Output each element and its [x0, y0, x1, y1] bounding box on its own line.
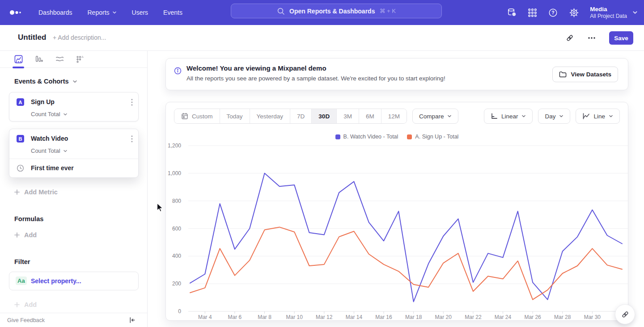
- query-sidebar: Events & Cohorts A Sign Up Count Total B…: [0, 51, 148, 327]
- x-tick-label: Mar 6: [228, 314, 242, 320]
- search-icon: [277, 7, 285, 15]
- nav-right: ? Media All Project Data: [507, 0, 638, 25]
- chart-card: CustomTodayYesterday7D30D3M6M12M Compare…: [165, 102, 628, 321]
- metric-name: Watch Video: [31, 135, 68, 142]
- plus-icon: [14, 232, 20, 238]
- nav-item-label: Events: [163, 9, 182, 16]
- report-header: Untitled + Add description... Save: [0, 25, 644, 51]
- data-management-icon[interactable]: [507, 8, 517, 18]
- project-name: Media: [590, 5, 627, 13]
- mixpanel-app: DashboardsReportsUsersEvents Open Report…: [0, 0, 644, 327]
- welcome-banner: Welcome! You are viewing a Mixpanel demo…: [165, 58, 628, 90]
- add-formula-button[interactable]: Add: [14, 231, 37, 239]
- metric-badge: B: [17, 135, 24, 143]
- plus-icon: [14, 189, 20, 195]
- x-axis-labels: Mar 4Mar 6Mar 8Mar 10Mar 12Mar 14Mar 16M…: [166, 102, 628, 320]
- nav-item-label: Reports: [88, 9, 110, 16]
- formulas-heading: Formulas: [14, 215, 43, 222]
- more-options-icon[interactable]: [588, 37, 596, 39]
- x-tick-label: Mar 4: [198, 314, 212, 320]
- collapse-sidebar-icon[interactable]: [129, 317, 136, 325]
- filter-placeholder: Select property...: [31, 277, 81, 285]
- nav-item-users[interactable]: Users: [132, 9, 148, 16]
- help-icon[interactable]: ?: [548, 8, 558, 18]
- search-placeholder: Open Reports & Dashboards: [289, 8, 375, 15]
- project-switcher[interactable]: Media All Project Data: [590, 5, 638, 20]
- x-tick-label: Mar 20: [435, 314, 452, 320]
- clock-icon: [17, 164, 24, 174]
- x-tick-label: Mar 22: [465, 314, 481, 320]
- search-input[interactable]: Open Reports & Dashboards ⌘ + K: [231, 4, 442, 18]
- x-tick-label: Mar 30: [584, 314, 601, 320]
- nav-items: DashboardsReportsUsersEvents: [38, 9, 182, 16]
- add-filter-button[interactable]: Add: [14, 301, 37, 308]
- x-tick-label: Mar 28: [554, 314, 571, 320]
- search-shortcut: ⌘ + K: [379, 8, 396, 14]
- add-description-field[interactable]: + Add description...: [53, 34, 106, 41]
- banner-subtitle: All the reports you see are powered by a…: [186, 75, 445, 82]
- text-property-icon: Aa: [16, 277, 27, 285]
- banner-title: Welcome! You are viewing a Mixpanel demo: [186, 64, 326, 72]
- chevron-down-icon: [63, 112, 68, 117]
- report-title[interactable]: Untitled: [18, 33, 46, 42]
- metric-card-b[interactable]: B Watch Video Count Total First time eve…: [9, 129, 139, 178]
- x-tick-label: Mar 26: [524, 314, 541, 320]
- report-type-tabs: [0, 51, 147, 68]
- x-tick-label: Mar 12: [316, 314, 332, 320]
- nav-item-events[interactable]: Events: [163, 9, 182, 16]
- first-time-ever-option[interactable]: First time ever: [9, 159, 138, 178]
- metric-name: Sign Up: [31, 98, 55, 105]
- filter-heading: Filter: [14, 258, 30, 265]
- tab-insights[interactable]: [8, 51, 29, 68]
- aggregation-dropdown[interactable]: Count Total: [31, 111, 68, 117]
- metric-card-a[interactable]: A Sign Up Count Total: [9, 92, 139, 122]
- folder-icon: [559, 71, 567, 78]
- nav-item-label: Users: [132, 9, 148, 16]
- save-button[interactable]: Save: [609, 31, 633, 45]
- main-content: Welcome! You are viewing a Mixpanel demo…: [148, 51, 644, 327]
- x-tick-label: Mar 16: [375, 314, 392, 320]
- info-icon: [174, 67, 182, 76]
- copy-link-icon[interactable]: [565, 34, 574, 42]
- x-tick-label: Mar 10: [286, 314, 302, 320]
- add-metric-button[interactable]: Add Metric: [14, 189, 58, 196]
- share-link-fab[interactable]: [615, 304, 635, 324]
- apps-grid-icon[interactable]: [528, 8, 537, 17]
- chevron-down-icon: [632, 10, 638, 15]
- metric-menu-icon[interactable]: [131, 135, 133, 144]
- x-tick-label: Mar 18: [405, 314, 422, 320]
- nav-item-reports[interactable]: Reports: [88, 9, 117, 16]
- top-nav: DashboardsReportsUsersEvents Open Report…: [0, 0, 644, 25]
- header-actions: Save: [565, 25, 633, 51]
- events-cohorts-section[interactable]: Events & Cohorts: [14, 78, 77, 85]
- nav-item-label: Dashboards: [38, 9, 72, 16]
- settings-gear-icon[interactable]: [569, 8, 579, 18]
- aggregation-dropdown[interactable]: Count Total: [31, 147, 68, 154]
- give-feedback-link[interactable]: Give Feedback: [7, 317, 45, 323]
- plus-icon: [14, 302, 20, 307]
- chevron-down-icon: [72, 79, 77, 84]
- filter-select-property[interactable]: Aa Select property...: [9, 272, 139, 290]
- metric-menu-icon[interactable]: [131, 99, 133, 108]
- mixpanel-logo-icon[interactable]: [9, 8, 24, 17]
- x-tick-label: Mar 8: [258, 314, 271, 320]
- project-subtitle: All Project Data: [590, 13, 627, 20]
- chevron-down-icon: [112, 10, 117, 15]
- sidebar-footer: Give Feedback: [0, 313, 147, 327]
- link-icon: [621, 310, 630, 319]
- x-tick-label: Mar 14: [346, 314, 362, 320]
- view-datasets-button[interactable]: View Datasets: [552, 67, 618, 82]
- x-tick-label: Mar 24: [495, 314, 511, 320]
- svg-text:?: ?: [552, 10, 555, 15]
- chevron-down-icon: [63, 149, 68, 153]
- nav-item-dashboards[interactable]: Dashboards: [38, 9, 72, 16]
- tab-retention[interactable]: [70, 51, 90, 68]
- tab-flows[interactable]: [49, 51, 70, 68]
- metric-badge: A: [17, 98, 24, 106]
- tab-funnels[interactable]: [29, 51, 49, 68]
